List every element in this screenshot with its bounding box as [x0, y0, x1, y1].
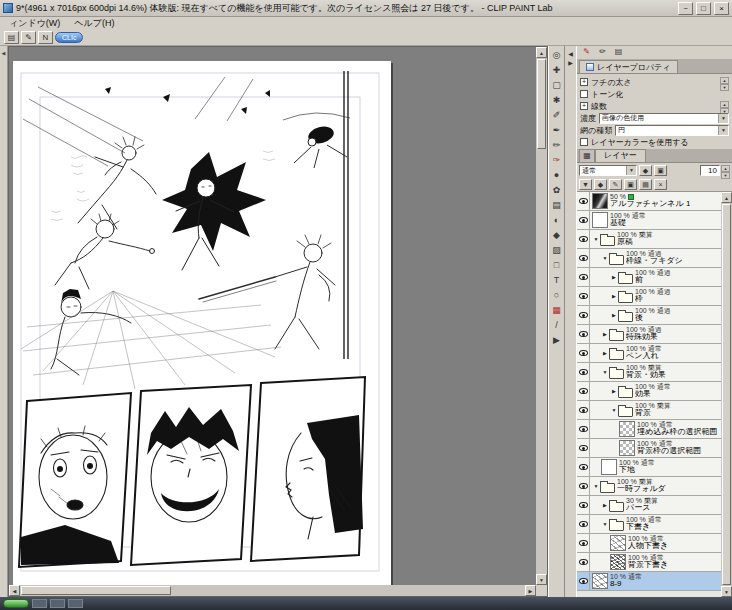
- taskbar-item[interactable]: [50, 599, 65, 608]
- tool-eyedropper-icon[interactable]: ✐: [550, 109, 564, 123]
- property-checkbox[interactable]: [580, 90, 588, 98]
- canvas-vertical-scrollbar[interactable]: ▲ ▼: [536, 47, 547, 585]
- visibility-toggle[interactable]: [577, 420, 590, 438]
- layer-row-4[interactable]: ▶100 % 通過前: [577, 268, 721, 287]
- brush-tool-icon[interactable]: ✎: [580, 47, 593, 58]
- expander-open-icon[interactable]: ▼: [592, 236, 600, 242]
- expander-open-icon[interactable]: ▼: [610, 407, 618, 413]
- tool-decoration-icon[interactable]: ✿: [550, 184, 564, 198]
- visibility-toggle[interactable]: [577, 401, 590, 419]
- visibility-toggle[interactable]: [577, 458, 590, 476]
- expander-closed-icon[interactable]: ▶: [610, 312, 618, 318]
- value-spinner[interactable]: ▲▼: [720, 77, 729, 88]
- draft-icon[interactable]: ✎: [609, 179, 622, 190]
- visibility-toggle[interactable]: [577, 534, 590, 552]
- tool-airbrush-icon[interactable]: ●: [550, 169, 564, 183]
- layer-row-9[interactable]: ▼100 % 乗算背景・効果: [577, 363, 721, 382]
- layer-row-3[interactable]: ▼100 % 通過枠線・フキダシ: [577, 249, 721, 268]
- layer-row-16[interactable]: ▶30 % 乗算パース: [577, 496, 721, 515]
- layer-row-1[interactable]: 100 % 通常基礎: [577, 211, 721, 230]
- layer-scroll-down-icon[interactable]: ▼: [721, 586, 732, 597]
- visibility-toggle[interactable]: [577, 306, 590, 324]
- taskbar[interactable]: [0, 597, 732, 610]
- alpha-lock-icon[interactable]: ▣: [654, 165, 667, 176]
- spin-down-icon[interactable]: ▼: [720, 84, 729, 91]
- tool-text-icon[interactable]: T: [550, 274, 564, 288]
- tool-pen-icon[interactable]: ✒: [550, 124, 564, 138]
- tab-layer[interactable]: レイヤー: [595, 149, 646, 162]
- expander-closed-icon[interactable]: ▶: [601, 331, 609, 337]
- expander-open-icon[interactable]: ▼: [601, 521, 609, 527]
- title-bar[interactable]: 9*(4961 x 7016px 600dpi 14.6%) 体験版: 現在すべ…: [0, 0, 732, 17]
- expand-plus-icon[interactable]: +: [580, 102, 588, 110]
- expander-closed-icon[interactable]: ▶: [610, 293, 618, 299]
- blend-mode-dropdown[interactable]: 通常 ▼: [579, 165, 637, 176]
- lock-layer-icon[interactable]: ◆: [594, 179, 607, 190]
- layer-property-header[interactable]: レイヤープロパティ: [577, 60, 732, 74]
- horizontal-scroll-thumb[interactable]: [21, 586, 171, 595]
- property-dropdown[interactable]: 円▼: [615, 125, 729, 136]
- layer-row-8[interactable]: ▶100 % 通常ペン入れ: [577, 344, 721, 363]
- property-dropdown[interactable]: 画像の色使用▼: [599, 113, 729, 124]
- expander-closed-icon[interactable]: ▶: [601, 502, 609, 508]
- visibility-toggle[interactable]: [577, 572, 590, 590]
- visibility-toggle[interactable]: [577, 325, 590, 343]
- scroll-right-icon[interactable]: ▶: [525, 585, 536, 596]
- visibility-toggle[interactable]: [577, 249, 590, 267]
- tool-magnifier-icon[interactable]: ◎: [550, 49, 564, 63]
- layer-row-15[interactable]: ▼100 % 乗算一時フォルダ: [577, 477, 721, 496]
- scroll-down-icon[interactable]: ▼: [536, 574, 547, 585]
- layer-row-17[interactable]: ▼100 % 通常下書き: [577, 515, 721, 534]
- visibility-toggle[interactable]: [577, 553, 590, 571]
- start-button[interactable]: [3, 599, 29, 608]
- expander-closed-icon[interactable]: ▶: [610, 388, 618, 394]
- visibility-toggle[interactable]: [577, 382, 590, 400]
- canvas-area[interactable]: ▲ ▼ ◀ ▶: [8, 46, 548, 597]
- menu-window[interactable]: ィンドウ(W): [2, 17, 67, 30]
- property-checkbox[interactable]: [580, 138, 588, 146]
- visibility-toggle[interactable]: [577, 211, 590, 229]
- spin-up-icon[interactable]: ▲: [720, 77, 729, 84]
- layer-row-19[interactable]: 100 % 通常背景下書き: [577, 553, 721, 572]
- visibility-toggle[interactable]: [577, 268, 590, 286]
- visibility-toggle[interactable]: [577, 287, 590, 305]
- minimize-button[interactable]: －: [678, 2, 693, 15]
- layer-row-11[interactable]: ▼100 % 乗算背景: [577, 401, 721, 420]
- expander-open-icon[interactable]: ▼: [592, 483, 600, 489]
- expander-open-icon[interactable]: ▼: [601, 369, 609, 375]
- taskbar-item[interactable]: [68, 599, 83, 608]
- tool-move-icon[interactable]: ✚: [550, 64, 564, 78]
- visibility-toggle[interactable]: [577, 192, 590, 210]
- spin-up-icon[interactable]: ▲: [720, 101, 729, 108]
- left-collapse-arrow-icon[interactable]: ◀: [2, 50, 6, 56]
- visibility-toggle[interactable]: [577, 344, 590, 362]
- visibility-toggle[interactable]: [577, 439, 590, 457]
- maximize-button[interactable]: □: [696, 2, 711, 15]
- visibility-toggle[interactable]: [577, 230, 590, 248]
- tool-figure-icon[interactable]: □: [550, 259, 564, 273]
- lock-icon[interactable]: ◆: [639, 165, 652, 176]
- tool-operation-icon[interactable]: ▶: [550, 334, 564, 348]
- layer-scrollbar[interactable]: ▲ ▼: [721, 192, 732, 597]
- pen-icon[interactable]: ✎: [21, 31, 36, 44]
- expander-open-icon[interactable]: ▼: [601, 255, 609, 261]
- layer-row-10[interactable]: ▶100 % 通常効果: [577, 382, 721, 401]
- layer-row-6[interactable]: ▶100 % 通過後: [577, 306, 721, 325]
- tool-auto-select-icon[interactable]: ✱: [550, 94, 564, 108]
- panel-menu-icon[interactable]: ▤: [612, 47, 625, 58]
- close-button[interactable]: ×: [714, 2, 729, 15]
- tool-blend-icon[interactable]: ◐: [550, 214, 564, 228]
- scroll-left-icon[interactable]: ◀: [9, 585, 20, 596]
- tool-fill-icon[interactable]: ◆: [550, 229, 564, 243]
- visibility-toggle[interactable]: [577, 363, 590, 381]
- clip-badge[interactable]: CLIc: [55, 32, 83, 43]
- visibility-toggle[interactable]: [577, 477, 590, 495]
- right-collapse-arrow-icon[interactable]: ◀: [568, 51, 573, 57]
- opacity-field[interactable]: 10: [700, 165, 720, 176]
- left-collapse-strip[interactable]: ◀: [0, 46, 8, 597]
- right-collapse-strip[interactable]: ◀ ▶: [564, 46, 576, 597]
- right-expand-arrow-icon[interactable]: ▶: [568, 60, 573, 66]
- taskbar-item[interactable]: [32, 599, 47, 608]
- tool-eraser-icon[interactable]: ▤: [550, 199, 564, 213]
- tool-brush-icon[interactable]: ✑: [550, 154, 564, 168]
